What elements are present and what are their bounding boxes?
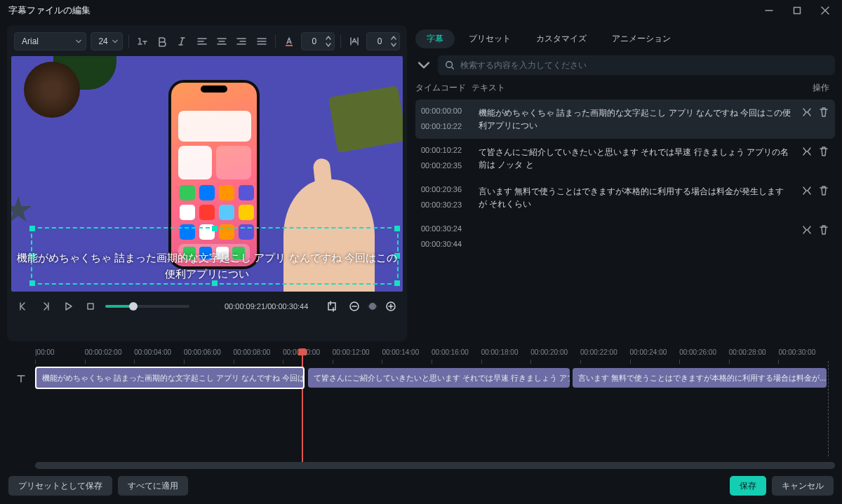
save-button[interactable]: 保存 [730, 476, 766, 496]
subtitle-text: 機能がめちゃくちゃ 詰まった画期的な文字起こし アプリ なんですね 今回はこの便… [479, 107, 791, 132]
timecode-display: 00:00:09:21/00:00:30:44 [225, 302, 308, 311]
svg-rect-19 [286, 45, 293, 46]
column-ops: 操作 [801, 82, 829, 94]
window-maximize-button[interactable] [783, 0, 811, 21]
stepper-up[interactable] [324, 34, 333, 41]
next-frame-button[interactable] [38, 299, 53, 314]
prev-frame-button[interactable] [15, 299, 31, 314]
text-color-button[interactable] [281, 33, 297, 50]
delete-icon[interactable] [818, 185, 829, 196]
apply-all-button[interactable]: すべてに適用 [118, 476, 188, 496]
align-right-button[interactable] [234, 33, 249, 50]
font-family-select[interactable]: Arial [14, 32, 86, 50]
timeline-end-marker [828, 361, 829, 456]
window-title: 字幕ファイルの編集 [8, 4, 91, 17]
subtitle-row[interactable]: 00:00:20:3600:00:30:23言います 無料で使うことはできますが… [415, 178, 835, 217]
bold-button[interactable] [154, 33, 170, 50]
decoration [328, 86, 403, 153]
svg-line-6 [181, 38, 183, 45]
preview-subtitle-text: 機能がめちゃくちゃ 詰まった画期的な文字起こし アプリ なんですね 今回はこの便… [11, 250, 403, 282]
svg-rect-1 [794, 8, 801, 14]
subtitle-text: 言います 無料で使うことはできますが本格的に利用する場合は料金が発生しますが そ… [479, 185, 791, 210]
divider [340, 35, 341, 48]
align-justify-button[interactable] [253, 33, 269, 50]
tab-preset[interactable]: プリセット [457, 29, 522, 48]
tab-customize[interactable]: カスタマイズ [525, 29, 598, 48]
progress-slider[interactable] [105, 305, 189, 308]
timeline-clip[interactable]: て皆さんにご紹介していきたいと思います それでは早速 行きましょう アプリの..… [308, 368, 570, 388]
tab-animation[interactable]: アニメーション [601, 29, 682, 48]
align-center-button[interactable] [214, 33, 229, 50]
zoom-in-button[interactable] [383, 299, 399, 314]
subtitle-times: 00:00:30:2400:00:30:44 [421, 224, 472, 248]
timeline-clip[interactable]: 言います 無料で使うことはできますが本格的に利用する場合は料金が... [573, 368, 827, 388]
zoom-out-button[interactable] [347, 299, 362, 314]
cancel-button[interactable]: キャンセル [772, 476, 834, 496]
window-minimize-button[interactable] [755, 0, 783, 21]
subtitle-row[interactable]: 00:00:30:2400:00:30:44 [415, 217, 835, 255]
subtitle-text: て皆さんにご紹介していきたいと思います それでは早速 行きましょう アプリの名前… [479, 146, 791, 171]
subtitle-times: 00:00:10:2200:00:20:35 [421, 146, 472, 171]
timeline-clip[interactable]: 機能がめちゃくちゃ 詰まった画期的な文字起こし アプリ なんですね 今回はこ..… [35, 367, 305, 389]
text-color-opacity-stepper[interactable]: 0 [301, 32, 335, 50]
letter-spacing-stepper[interactable]: 0 [366, 32, 400, 50]
subtitle-track[interactable]: 機能がめちゃくちゃ 詰まった画期的な文字起こし アプリ なんですね 今回はこ..… [35, 368, 828, 393]
letter-spacing-button[interactable] [347, 33, 362, 50]
decoration [24, 62, 80, 118]
split-icon[interactable] [801, 107, 813, 118]
align-left-button[interactable] [194, 33, 210, 50]
svg-line-33 [452, 67, 454, 69]
split-icon[interactable] [801, 224, 813, 236]
svg-marker-22 [66, 303, 72, 310]
tab-subtitle[interactable]: 字幕 [415, 29, 455, 48]
stop-button[interactable] [83, 299, 98, 314]
subtitle-times: 00:00:00:0000:00:10:22 [421, 107, 472, 132]
stepper-up[interactable] [389, 34, 398, 41]
column-timecode: タイムコード [415, 82, 466, 94]
stepper-down[interactable] [324, 41, 333, 48]
split-icon[interactable] [801, 146, 813, 157]
search-icon [445, 60, 455, 70]
svg-rect-23 [88, 304, 93, 309]
column-text: テキスト [472, 82, 801, 94]
svg-rect-24 [328, 303, 335, 310]
subtitle-times: 00:00:20:3600:00:30:23 [421, 185, 472, 210]
stepper-down[interactable] [389, 41, 398, 48]
font-size-select[interactable]: 24 [91, 32, 122, 50]
delete-icon[interactable] [818, 146, 829, 157]
divider [275, 35, 276, 48]
search-box[interactable] [438, 55, 835, 75]
decoration [11, 196, 32, 224]
subtitle-row[interactable]: 00:00:00:0000:00:10:22機能がめちゃくちゃ 詰まった画期的な… [415, 100, 835, 139]
timeline-scrollbar[interactable] [35, 462, 835, 469]
search-input[interactable] [460, 60, 828, 70]
italic-button[interactable] [174, 33, 189, 50]
play-button[interactable] [60, 299, 76, 314]
text-transform-button[interactable] [135, 33, 150, 50]
save-as-preset-button[interactable]: プリセットとして保存 [8, 476, 112, 496]
zoom-slider[interactable] [368, 305, 377, 308]
collapse-toggle-button[interactable] [415, 57, 432, 74]
video-preview[interactable]: 機能がめちゃくちゃ 詰まった画期的な文字起こし アプリ なんですね 今回はこの便… [11, 56, 403, 292]
subtitle-text [479, 224, 791, 248]
split-icon[interactable] [801, 185, 813, 196]
delete-icon[interactable] [818, 224, 829, 236]
window-close-button[interactable] [811, 0, 839, 21]
text-track-icon [7, 368, 35, 456]
crop-button[interactable] [324, 299, 340, 314]
subtitle-row[interactable]: 00:00:10:2200:00:20:35て皆さんにご紹介していきたいと思いま… [415, 139, 835, 178]
delete-icon[interactable] [818, 107, 829, 118]
timeline-ruler[interactable]: |00:0000:00:02:0000:00:04:0000:00:06:000… [7, 346, 835, 358]
divider [128, 35, 129, 48]
